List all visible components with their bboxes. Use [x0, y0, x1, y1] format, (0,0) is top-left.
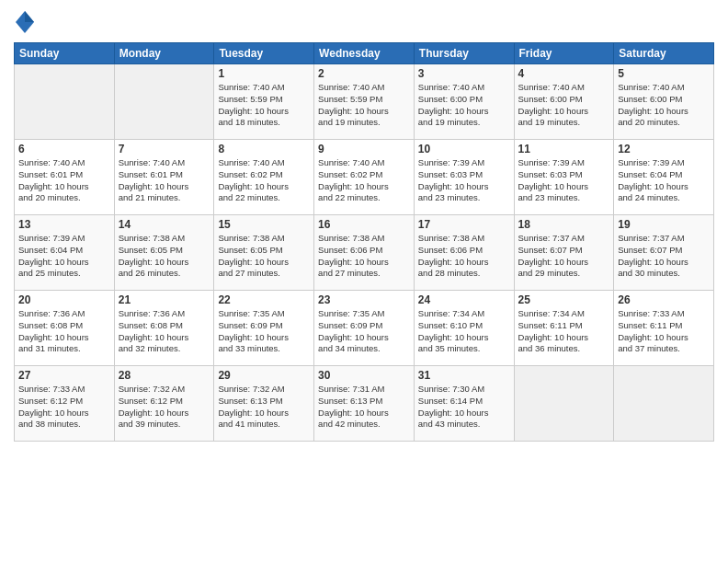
- day-info: Sunrise: 7:32 AM Sunset: 6:13 PM Dayligh…: [218, 384, 310, 431]
- day-info: Sunrise: 7:40 AM Sunset: 6:00 PM Dayligh…: [418, 82, 510, 129]
- day-header-sunday: Sunday: [15, 43, 115, 64]
- day-info: Sunrise: 7:39 AM Sunset: 6:04 PM Dayligh…: [18, 233, 110, 280]
- calendar-cell: 27Sunrise: 7:33 AM Sunset: 6:12 PM Dayli…: [15, 366, 115, 442]
- day-info: Sunrise: 7:34 AM Sunset: 6:10 PM Dayligh…: [418, 308, 510, 355]
- calendar-cell: 9Sunrise: 7:40 AM Sunset: 6:02 PM Daylig…: [314, 140, 415, 215]
- calendar-cell: 30Sunrise: 7:31 AM Sunset: 6:13 PM Dayli…: [314, 366, 415, 442]
- day-number: 29: [218, 369, 310, 382]
- day-info: Sunrise: 7:38 AM Sunset: 6:06 PM Dayligh…: [318, 233, 410, 280]
- day-info: Sunrise: 7:38 AM Sunset: 6:05 PM Dayligh…: [119, 233, 210, 280]
- day-number: 22: [218, 293, 310, 306]
- calendar-cell: 15Sunrise: 7:38 AM Sunset: 6:05 PM Dayli…: [214, 215, 314, 291]
- calendar-week-4: 20Sunrise: 7:36 AM Sunset: 6:08 PM Dayli…: [15, 291, 714, 366]
- day-info: Sunrise: 7:33 AM Sunset: 6:11 PM Dayligh…: [618, 308, 710, 355]
- day-number: 14: [119, 218, 210, 231]
- day-number: 18: [518, 218, 610, 231]
- logo: [14, 9, 40, 35]
- day-header-tuesday: Tuesday: [214, 43, 314, 64]
- calendar-cell: 28Sunrise: 7:32 AM Sunset: 6:12 PM Dayli…: [114, 366, 214, 442]
- calendar-week-2: 6Sunrise: 7:40 AM Sunset: 6:01 PM Daylig…: [15, 140, 714, 215]
- calendar-cell: 31Sunrise: 7:30 AM Sunset: 6:14 PM Dayli…: [414, 366, 514, 442]
- calendar-table: SundayMondayTuesdayWednesdayThursdayFrid…: [14, 42, 714, 442]
- day-info: Sunrise: 7:38 AM Sunset: 6:05 PM Dayligh…: [218, 233, 310, 280]
- day-number: 6: [18, 143, 110, 155]
- day-info: Sunrise: 7:40 AM Sunset: 6:01 PM Dayligh…: [18, 157, 110, 204]
- calendar-cell: 29Sunrise: 7:32 AM Sunset: 6:13 PM Dayli…: [214, 366, 314, 442]
- calendar-cell: 18Sunrise: 7:37 AM Sunset: 6:07 PM Dayli…: [514, 215, 614, 291]
- day-info: Sunrise: 7:37 AM Sunset: 6:07 PM Dayligh…: [518, 233, 610, 280]
- day-number: 2: [318, 67, 410, 80]
- day-info: Sunrise: 7:39 AM Sunset: 6:04 PM Dayligh…: [618, 157, 710, 204]
- calendar-week-5: 27Sunrise: 7:33 AM Sunset: 6:12 PM Dayli…: [15, 366, 714, 442]
- day-number: 30: [318, 369, 410, 382]
- day-info: Sunrise: 7:32 AM Sunset: 6:12 PM Dayligh…: [119, 384, 210, 431]
- calendar-cell: 17Sunrise: 7:38 AM Sunset: 6:06 PM Dayli…: [414, 215, 514, 291]
- page-header: [14, 9, 714, 35]
- calendar-cell: 20Sunrise: 7:36 AM Sunset: 6:08 PM Dayli…: [15, 291, 115, 366]
- calendar-week-1: 1Sunrise: 7:40 AM Sunset: 5:59 PM Daylig…: [15, 64, 714, 140]
- calendar-cell: 21Sunrise: 7:36 AM Sunset: 6:08 PM Dayli…: [114, 291, 214, 366]
- calendar-cell: 7Sunrise: 7:40 AM Sunset: 6:01 PM Daylig…: [114, 140, 214, 215]
- calendar-cell: 14Sunrise: 7:38 AM Sunset: 6:05 PM Dayli…: [114, 215, 214, 291]
- day-header-friday: Friday: [514, 43, 614, 64]
- calendar-cell: 25Sunrise: 7:34 AM Sunset: 6:11 PM Dayli…: [514, 291, 614, 366]
- calendar-cell: 2Sunrise: 7:40 AM Sunset: 5:59 PM Daylig…: [314, 64, 415, 140]
- day-info: Sunrise: 7:40 AM Sunset: 6:02 PM Dayligh…: [318, 157, 410, 204]
- calendar-cell: 10Sunrise: 7:39 AM Sunset: 6:03 PM Dayli…: [414, 140, 514, 215]
- day-number: 20: [18, 293, 110, 306]
- day-header-wednesday: Wednesday: [314, 43, 415, 64]
- logo-icon: [14, 9, 36, 35]
- day-number: 31: [418, 369, 510, 382]
- svg-marker-1: [25, 11, 34, 22]
- day-number: 15: [218, 218, 310, 231]
- day-number: 4: [518, 67, 610, 80]
- day-number: 9: [318, 143, 410, 155]
- day-info: Sunrise: 7:35 AM Sunset: 6:09 PM Dayligh…: [218, 308, 310, 355]
- calendar-cell: 19Sunrise: 7:37 AM Sunset: 6:07 PM Dayli…: [614, 215, 714, 291]
- day-header-monday: Monday: [114, 43, 214, 64]
- calendar-cell: 11Sunrise: 7:39 AM Sunset: 6:03 PM Dayli…: [514, 140, 614, 215]
- day-number: 19: [618, 218, 710, 231]
- calendar-cell: 24Sunrise: 7:34 AM Sunset: 6:10 PM Dayli…: [414, 291, 514, 366]
- calendar-cell: 23Sunrise: 7:35 AM Sunset: 6:09 PM Dayli…: [314, 291, 415, 366]
- day-number: 25: [518, 293, 610, 306]
- day-header-thursday: Thursday: [414, 43, 514, 64]
- calendar-cell: 16Sunrise: 7:38 AM Sunset: 6:06 PM Dayli…: [314, 215, 415, 291]
- day-info: Sunrise: 7:35 AM Sunset: 6:09 PM Dayligh…: [318, 308, 410, 355]
- day-number: 24: [418, 293, 510, 306]
- calendar-cell: 5Sunrise: 7:40 AM Sunset: 6:00 PM Daylig…: [614, 64, 714, 140]
- calendar-week-3: 13Sunrise: 7:39 AM Sunset: 6:04 PM Dayli…: [15, 215, 714, 291]
- day-info: Sunrise: 7:40 AM Sunset: 5:59 PM Dayligh…: [318, 82, 410, 129]
- day-number: 28: [119, 369, 210, 382]
- day-info: Sunrise: 7:37 AM Sunset: 6:07 PM Dayligh…: [618, 233, 710, 280]
- calendar-cell: [15, 64, 115, 140]
- day-header-saturday: Saturday: [614, 43, 714, 64]
- calendar-cell: 4Sunrise: 7:40 AM Sunset: 6:00 PM Daylig…: [514, 64, 614, 140]
- day-info: Sunrise: 7:40 AM Sunset: 6:02 PM Dayligh…: [218, 157, 310, 204]
- day-info: Sunrise: 7:38 AM Sunset: 6:06 PM Dayligh…: [418, 233, 510, 280]
- day-number: 23: [318, 293, 410, 306]
- day-number: 12: [618, 143, 710, 155]
- day-info: Sunrise: 7:39 AM Sunset: 6:03 PM Dayligh…: [418, 157, 510, 204]
- calendar-cell: 13Sunrise: 7:39 AM Sunset: 6:04 PM Dayli…: [15, 215, 115, 291]
- day-info: Sunrise: 7:39 AM Sunset: 6:03 PM Dayligh…: [518, 157, 610, 204]
- calendar-cell: 26Sunrise: 7:33 AM Sunset: 6:11 PM Dayli…: [614, 291, 714, 366]
- day-info: Sunrise: 7:30 AM Sunset: 6:14 PM Dayligh…: [418, 384, 510, 431]
- day-number: 17: [418, 218, 510, 231]
- day-number: 13: [18, 218, 110, 231]
- calendar-cell: 1Sunrise: 7:40 AM Sunset: 5:59 PM Daylig…: [214, 64, 314, 140]
- day-info: Sunrise: 7:40 AM Sunset: 6:01 PM Dayligh…: [119, 157, 210, 204]
- day-info: Sunrise: 7:34 AM Sunset: 6:11 PM Dayligh…: [518, 308, 610, 355]
- calendar-cell: 12Sunrise: 7:39 AM Sunset: 6:04 PM Dayli…: [614, 140, 714, 215]
- day-info: Sunrise: 7:40 AM Sunset: 6:00 PM Dayligh…: [618, 82, 710, 129]
- day-number: 8: [218, 143, 310, 155]
- day-number: 26: [618, 293, 710, 306]
- calendar-cell: [514, 366, 614, 442]
- day-number: 7: [119, 143, 210, 155]
- calendar-cell: 22Sunrise: 7:35 AM Sunset: 6:09 PM Dayli…: [214, 291, 314, 366]
- day-number: 10: [418, 143, 510, 155]
- day-number: 5: [618, 67, 710, 80]
- calendar-cell: [614, 366, 714, 442]
- day-info: Sunrise: 7:33 AM Sunset: 6:12 PM Dayligh…: [18, 384, 110, 431]
- calendar-cell: 3Sunrise: 7:40 AM Sunset: 6:00 PM Daylig…: [414, 64, 514, 140]
